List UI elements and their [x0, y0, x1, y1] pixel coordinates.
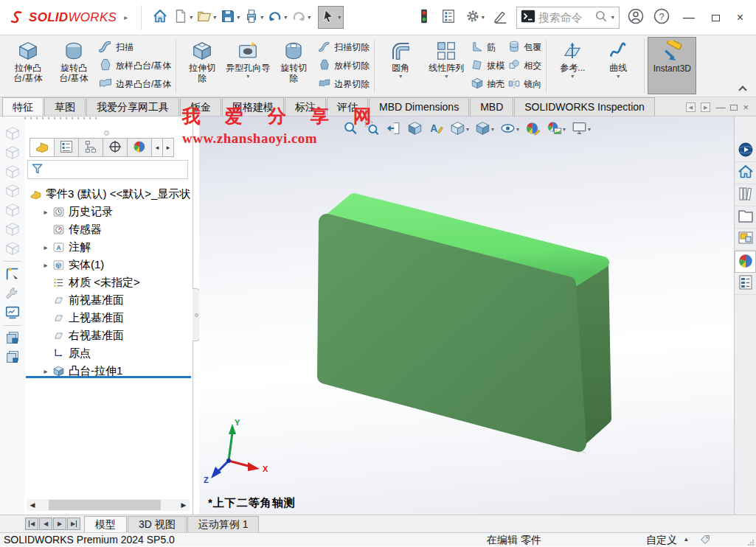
dropdown-arrow-icon[interactable]: ▾ [445, 73, 448, 80]
tab-features[interactable]: 特征 [2, 97, 44, 116]
tree-item-origin[interactable]: 原点 [24, 344, 193, 362]
panel-tab-propertymanager[interactable] [54, 138, 79, 157]
dropdown-arrow-icon[interactable]: ▾ [190, 14, 193, 21]
left-strip-cube-w-icon[interactable] [3, 220, 22, 239]
dropdown-arrow-icon[interactable]: ▾ [246, 73, 249, 80]
dropdown-arrow-icon[interactable]: ▾ [338, 14, 341, 21]
doc-next-button[interactable]: ▶ [701, 102, 710, 112]
dropdown-arrow-icon[interactable]: ▾ [617, 73, 620, 80]
taskpane-custom-properties-button[interactable] [735, 273, 756, 295]
ribbon-button-fillet[interactable]: 圆角▾ [378, 37, 423, 94]
doc-prev-button[interactable]: ◀ [686, 102, 696, 112]
doc-tab-1[interactable]: 3D 视图 [128, 516, 187, 532]
annotate-button[interactable] [492, 7, 510, 28]
left-strip-wrench-g-icon[interactable] [3, 284, 22, 303]
dropdown-arrow-icon[interactable]: ▾ [563, 126, 566, 133]
model-3d-green-box[interactable] [310, 189, 627, 461]
taskpane-appearances-scenes-button[interactable] [735, 251, 756, 273]
left-strip-copy-a-icon[interactable] [3, 329, 22, 348]
ribbon-small-button-loft[interactable]: 放样凸台/基体 [98, 57, 171, 74]
tab-ribbon-1[interactable]: 草图 [44, 97, 86, 116]
dropdown-arrow-icon[interactable]: ▾ [237, 14, 240, 21]
headsup-apply-scene-button[interactable]: ▾ [546, 120, 566, 139]
headsup-annotation-view-button[interactable]: A [428, 120, 444, 139]
prev-tab-button[interactable]: ◀ [39, 518, 52, 530]
tab-ribbon-5[interactable]: 标注 [285, 97, 326, 116]
undo-button[interactable]: ▾ [266, 7, 288, 28]
headsup-hide-show-items-button[interactable]: ▾ [499, 120, 519, 139]
redo-button[interactable]: ▾ [290, 7, 311, 28]
next-tab-button[interactable]: ▶ [53, 518, 66, 530]
left-strip-cube-w-icon[interactable] [3, 181, 22, 201]
ribbon-small-button-cut-loft[interactable]: 放样切除 [318, 57, 370, 74]
minimize-button[interactable]: — [678, 11, 700, 24]
options-button[interactable]: ▾ [464, 7, 485, 28]
ribbon-button-instant3d[interactable]: Instant3D [648, 37, 696, 94]
tree-item-right-plane[interactable]: 右视基准面 [24, 327, 193, 344]
tab-ribbon-6[interactable]: 评估 [327, 97, 368, 116]
left-strip-copy-b-icon[interactable] [3, 348, 22, 367]
graphics-viewport[interactable]: A▾▾▾▾▾ Y X [199, 116, 734, 515]
scroll-left-button[interactable]: ◀ [27, 499, 38, 511]
expand-arrow-icon[interactable]: ▸ [41, 367, 51, 375]
taskpane-view-palette-button[interactable] [735, 229, 756, 251]
doc-tab-0[interactable]: 模型 [84, 516, 127, 532]
panel-tab-featuremanager[interactable] [30, 138, 55, 157]
dropdown-arrow-icon[interactable]: ▾ [516, 126, 519, 133]
dropdown-arrow-icon[interactable]: ▾ [466, 126, 469, 133]
dropdown-arrow-icon[interactable]: ▾ [284, 14, 287, 21]
help-button[interactable]: ? [652, 6, 671, 29]
tree-filter-bar[interactable] [27, 160, 188, 179]
scrollbar-thumb[interactable] [49, 500, 161, 510]
tab-ribbon-4[interactable]: 网格建模 [222, 97, 284, 116]
maximize-button[interactable] [707, 11, 725, 24]
tree-item-part-root[interactable]: 零件3 (默认) <<默认>_显示状 [24, 185, 193, 203]
ribbon-small-button-mirror[interactable]: 镜向 [507, 75, 541, 93]
taskpane-file-explorer-button[interactable] [735, 206, 756, 229]
dropdown-arrow-icon[interactable]: ▾ [491, 126, 494, 133]
panel-tabs-scroll-right[interactable]: ▸ [162, 138, 174, 157]
headsup-edit-appearance-button[interactable] [524, 120, 541, 139]
panel-tab-configurationmanager[interactable] [78, 138, 103, 157]
dropdown-arrow-icon[interactable]: ▾ [399, 73, 402, 80]
tree-item-top-plane[interactable]: 上视基准面 [24, 309, 193, 327]
dropdown-arrow-icon[interactable]: ▾ [260, 14, 263, 21]
ribbon-collapse-button[interactable] [740, 85, 747, 92]
dropdown-arrow-icon[interactable]: ▾ [611, 14, 614, 21]
ribbon-button-cut-extrude[interactable]: 拉伸切 除 [179, 37, 225, 94]
ribbon-small-button-draft[interactable]: 拔模 [471, 57, 504, 74]
taskpane-solidworks-resources-button[interactable] [735, 140, 756, 162]
ribbon-button-boss-extrude[interactable]: 拉伸凸 台/基体 [5, 37, 51, 94]
tree-horizontal-scrollbar[interactable]: ◀ ▶ [27, 499, 190, 511]
ribbon-button-curve[interactable]: 曲线▾ [595, 37, 641, 94]
expand-arrow-icon[interactable]: ▸ [41, 243, 51, 251]
dropdown-arrow-icon[interactable]: ▾ [482, 14, 485, 21]
tree-item-solid-bodies[interactable]: ▸实体(1) [24, 256, 193, 274]
left-strip-sketch-n-icon[interactable] [3, 265, 22, 284]
new-document-button[interactable]: ▾ [172, 7, 193, 28]
tree-item-history[interactable]: ▸历史记录 [24, 203, 193, 220]
left-strip-cube-w-icon[interactable] [3, 162, 22, 181]
unit-dropdown-arrow-icon[interactable]: ▴ [684, 535, 688, 543]
scrollbar-track[interactable] [38, 499, 178, 511]
select-tool-button[interactable]: ▾ [318, 6, 344, 29]
ribbon-small-button-intersect[interactable]: 相交 [507, 57, 541, 74]
headsup-zoom-fit-button[interactable] [342, 120, 358, 139]
tree-item-sensors[interactable]: 传感器 [24, 220, 193, 238]
command-search-box[interactable]: ▾ [516, 7, 620, 29]
headsup-section-view-button[interactable] [406, 120, 423, 139]
ribbon-small-button-shell[interactable]: 抽壳 [471, 75, 504, 93]
ribbon-small-button-rib[interactable]: 筋 [471, 38, 504, 56]
tree-item-annotations[interactable]: ▸A注解 [24, 238, 193, 256]
left-strip-cube-w-icon[interactable] [3, 143, 22, 162]
ribbon-button-pattern[interactable]: 线性阵列▾ [423, 37, 469, 94]
search-input[interactable] [538, 11, 592, 24]
panel-splitter-handle[interactable] [104, 130, 109, 136]
ribbon-small-button-boundary[interactable]: 边界凸台/基体 [98, 75, 171, 93]
resize-grip[interactable] [747, 537, 755, 547]
doc-restore-button[interactable] [730, 105, 738, 111]
close-button[interactable]: × [732, 11, 749, 24]
search-icon[interactable] [594, 9, 608, 26]
doc-close-button[interactable]: × [743, 102, 749, 112]
tag-icon[interactable] [699, 534, 711, 547]
